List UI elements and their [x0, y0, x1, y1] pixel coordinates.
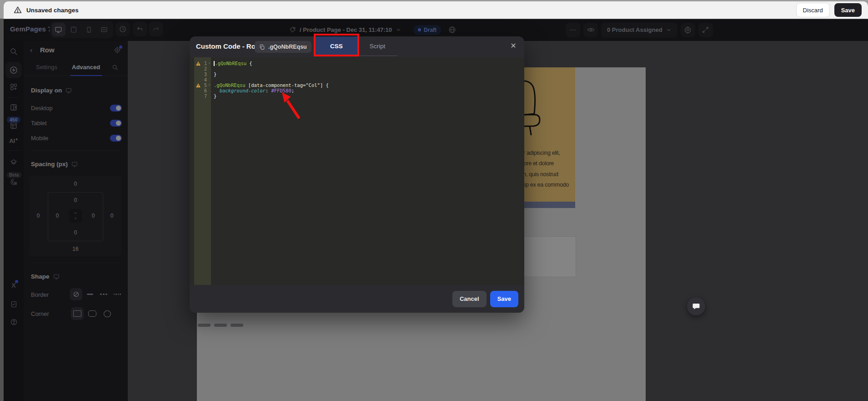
modal-title: Custom Code - Row	[196, 42, 261, 50]
copy-icon	[259, 44, 265, 50]
chat-widget-button[interactable]	[687, 297, 705, 315]
unsaved-changes-bar: Unsaved changes Discard Save	[4, 1, 868, 19]
code-editor[interactable]: 1▾.gQoNbREqsu {23}45▾.gQoNbREqsu [data-c…	[190, 57, 524, 285]
custom-code-modal: Custom Code - Row .gQoNbREqsu CSS Script…	[190, 36, 524, 313]
gempages-editor: Unsaved changes Discard Save GemPages 7	[0, 0, 868, 401]
save-button-top[interactable]: Save	[834, 3, 862, 17]
warning-icon	[196, 61, 201, 66]
warning-icon	[14, 6, 22, 14]
code-lines: 1▾.gQoNbREqsu {23}45▾.gQoNbREqsu [data-c…	[190, 61, 524, 99]
cancel-button[interactable]: Cancel	[452, 291, 487, 307]
unsaved-changes-label: Unsaved changes	[26, 7, 79, 14]
class-name-badge[interactable]: .gQoNbREqsu	[255, 41, 311, 53]
warning-icon	[196, 83, 201, 87]
discard-button[interactable]: Discard	[796, 3, 830, 17]
modal-save-button[interactable]: Save	[490, 291, 518, 307]
tab-css[interactable]: CSS	[316, 36, 357, 56]
modal-header: Custom Code - Row .gQoNbREqsu CSS Script…	[190, 36, 524, 57]
modal-footer: Cancel Save	[190, 285, 524, 313]
tab-script[interactable]: Script	[357, 36, 397, 56]
chat-icon	[692, 302, 700, 310]
code-tabs: CSS Script	[316, 36, 397, 56]
close-icon[interactable]: ✕	[508, 40, 519, 51]
